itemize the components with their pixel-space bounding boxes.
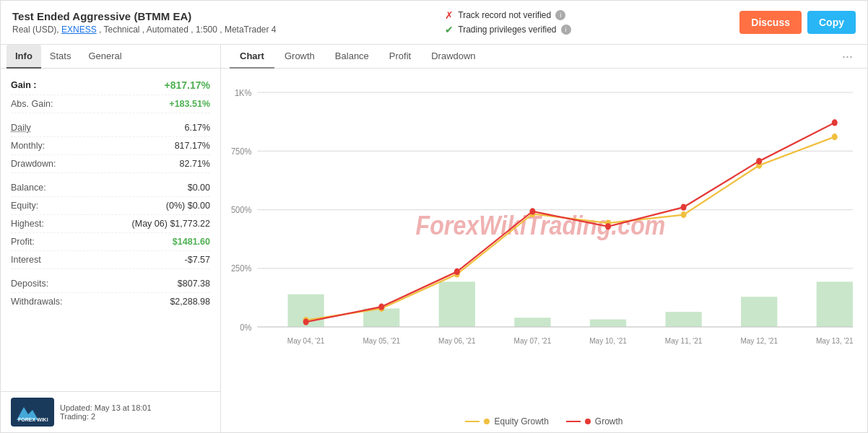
svg-text:1K%: 1K% — [235, 87, 252, 98]
svg-text:May 04, '21: May 04, '21 — [287, 336, 325, 346]
equity-value: (0%) $0.00 — [166, 201, 210, 211]
growth-dot-1 — [378, 304, 384, 310]
bar-4 — [590, 320, 626, 327]
highest-label: Highest: — [11, 219, 44, 229]
profit-row: Profit: $1481.60 — [11, 233, 210, 251]
account-subtitle: Real (USD), EXNESS , Technical , Automat… — [12, 25, 277, 35]
trading-privileges-info-icon[interactable]: i — [561, 25, 571, 35]
interest-row: Interest -$7.57 — [11, 251, 210, 269]
trades-row: Trading: 2 — [60, 412, 152, 421]
svg-text:May 10, '21: May 10, '21 — [589, 336, 627, 346]
updated-value: May 13 at 18:01 — [95, 403, 152, 412]
svg-text:May 05, '21: May 05, '21 — [363, 336, 400, 346]
bar-6 — [741, 297, 777, 327]
left-panel: Info Stats General Gain : +817.17% Abs. … — [1, 45, 221, 432]
growth-dot-2 — [454, 268, 460, 275]
monthly-label: Monthly: — [11, 141, 45, 151]
equity-growth-legend: Equity Growth — [465, 416, 548, 427]
abs-gain-label: Abs. Gain: — [11, 99, 53, 109]
svg-text:May 07, '21: May 07, '21 — [514, 336, 552, 346]
chart-tab-drawdown[interactable]: Drawdown — [421, 45, 485, 69]
monthly-value: 817.17% — [175, 141, 210, 151]
header-actions: Discuss Copy — [739, 11, 856, 34]
logo: FOREX WIKI — [11, 398, 54, 427]
copy-button[interactable]: Copy — [807, 11, 856, 34]
bar-2 — [439, 281, 475, 327]
equity-label: Equity: — [11, 201, 38, 211]
left-tabs: Info Stats General — [1, 45, 220, 69]
track-record-status: ✗ Track record not verified i — [445, 9, 570, 21]
svg-text:May 11, '21: May 11, '21 — [665, 336, 703, 346]
tab-stats[interactable]: Stats — [41, 45, 80, 69]
growth-dot-4 — [605, 223, 611, 229]
footer-info: Updated: May 13 at 18:01 Trading: 2 — [60, 403, 152, 421]
chart-tab-profit[interactable]: Profit — [379, 45, 421, 69]
check-icon: ✔ — [445, 24, 453, 35]
drawdown-label: Drawdown: — [11, 159, 56, 169]
withdrawals-row: Withdrawals: $2,288.98 — [11, 293, 210, 310]
more-options-button[interactable]: ··· — [836, 46, 859, 67]
svg-text:FOREX WIKI: FOREX WIKI — [18, 417, 48, 422]
growth-dot-3 — [529, 208, 535, 214]
growth-dot-legend — [585, 419, 591, 424]
trades-label: Trading: — [60, 412, 89, 421]
header: Test Ended Aggressive (BTMM EA) Real (US… — [1, 1, 867, 45]
gain-value: +817.17% — [165, 79, 210, 91]
growth-legend: Growth — [566, 416, 623, 427]
growth-label: Growth — [595, 416, 623, 427]
track-record-info-icon[interactable]: i — [555, 10, 565, 20]
equity-growth-dot-legend — [484, 419, 490, 424]
header-center: ✗ Track record not verified i ✔ Trading … — [445, 9, 570, 35]
right-panel: Chart Growth Balance Profit Drawdown ···… — [221, 45, 867, 432]
daily-label: Daily — [11, 123, 31, 133]
growth-dot-7 — [832, 119, 838, 126]
growth-dot-0 — [303, 318, 309, 325]
chart-svg: 1K% 750% 500% 250% 0% — [221, 76, 860, 411]
profit-label: Profit: — [11, 237, 35, 247]
chart-area: 1K% 750% 500% 250% 0% — [221, 69, 867, 411]
interest-value: -$7.57 — [185, 255, 210, 265]
deposits-row: Deposits: $807.38 — [11, 275, 210, 293]
daily-row: Daily 6.17% — [11, 119, 210, 137]
growth-dot-5 — [681, 204, 687, 210]
cross-icon: ✗ — [445, 9, 453, 21]
profit-value: $1481.60 — [173, 237, 210, 247]
equity-row: Equity: (0%) $0.00 — [11, 197, 210, 215]
chart-legend: Equity Growth Growth — [221, 411, 867, 432]
header-left: Test Ended Aggressive (BTMM EA) Real (US… — [12, 10, 277, 35]
abs-gain-value: +183.51% — [169, 99, 210, 109]
tab-general[interactable]: General — [79, 45, 130, 69]
chart-tabs: Chart Growth Balance Profit Drawdown ··· — [221, 45, 867, 69]
svg-text:750%: 750% — [231, 146, 252, 157]
tab-info[interactable]: Info — [6, 45, 41, 69]
broker-link[interactable]: EXNESS — [61, 25, 97, 35]
chart-tab-growth[interactable]: Growth — [274, 45, 325, 69]
highest-row: Highest: (May 06) $1,773.22 — [11, 215, 210, 233]
equity-dot-7 — [832, 134, 838, 140]
interest-label: Interest — [11, 255, 41, 265]
trading-privileges-label: Trading privileges verified — [458, 25, 556, 35]
equity-growth-label: Equity Growth — [494, 416, 548, 427]
gain-label: Gain : — [11, 80, 36, 90]
balance-row: Balance: $0.00 — [11, 179, 210, 197]
chart-tab-chart[interactable]: Chart — [230, 45, 274, 69]
monthly-row: Monthly: 817.17% — [11, 137, 210, 155]
updated-label: Updated: — [60, 403, 92, 412]
svg-text:250%: 250% — [231, 263, 252, 274]
trades-value: 2 — [91, 412, 95, 421]
left-footer: FOREX WIKI Updated: May 13 at 18:01 Trad… — [1, 391, 220, 432]
equity-dot-5 — [681, 211, 687, 218]
discuss-button[interactable]: Discuss — [739, 11, 802, 34]
bar-5 — [665, 312, 701, 327]
drawdown-value: 82.71% — [180, 159, 210, 169]
equity-growth-line-legend — [465, 421, 479, 422]
growth-dot-6 — [756, 158, 762, 165]
abs-gain-row: Abs. Gain: +183.51% — [11, 95, 210, 113]
forex-wiki-logo-svg: FOREX WIKI — [14, 400, 51, 424]
drawdown-row: Drawdown: 82.71% — [11, 155, 210, 173]
updated-row: Updated: May 13 at 18:01 — [60, 403, 152, 412]
daily-value: 6.17% — [185, 123, 210, 133]
chart-tab-balance[interactable]: Balance — [325, 45, 379, 69]
svg-text:May 13, '21: May 13, '21 — [816, 336, 854, 346]
stats-area: Gain : +817.17% Abs. Gain: +183.51% Dail… — [1, 69, 220, 391]
